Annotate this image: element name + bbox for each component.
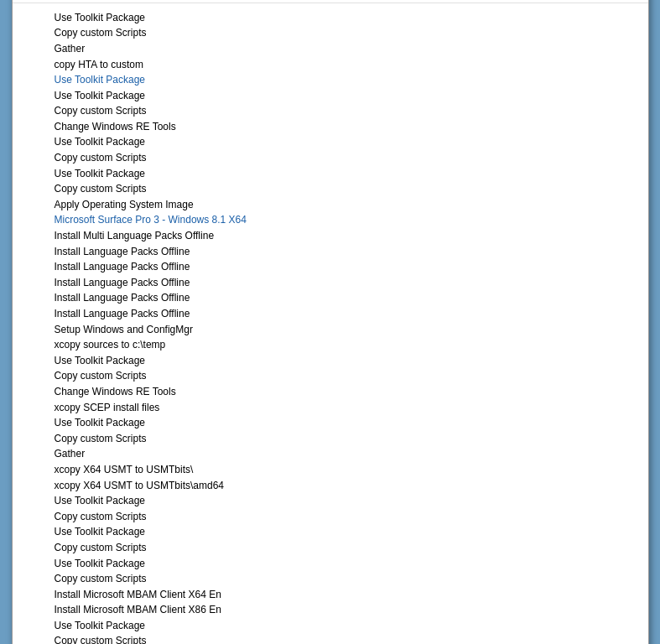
- list-item: Copy custom Scripts: [55, 150, 635, 166]
- list-item: Apply Operating System Image: [55, 197, 635, 213]
- list-item: Use Toolkit Package: [55, 72, 635, 88]
- list-item: Copy custom Scripts: [55, 25, 635, 41]
- list-item: Install Multi Language Packs Offline: [55, 228, 635, 244]
- list-item: xcopy X64 USMT to USMTbits\amd64: [55, 478, 635, 494]
- list-item: Use Toolkit Package: [55, 415, 635, 431]
- list-item: xcopy SCEP install files: [55, 400, 635, 416]
- dialog-body: ! The objects referenced in the task seq…: [13, 0, 648, 644]
- watermark: windows-noob.com: [277, 621, 383, 634]
- list-item: Use Toolkit Package: [55, 166, 635, 182]
- list-item: Copy custom Scripts: [55, 571, 635, 587]
- list-item: Change Windows RE Tools: [55, 384, 635, 400]
- list-item: Copy custom Scripts: [55, 368, 635, 384]
- list-item: Use Toolkit Package: [55, 493, 635, 509]
- list-item: Install Language Packs Offline: [55, 244, 635, 260]
- list-item: Install Language Packs Offline: [55, 290, 635, 306]
- list-item: Setup Windows and ConfigMgr: [55, 322, 635, 338]
- list-item: Gather: [55, 446, 635, 462]
- list-item: Use Toolkit Package: [55, 134, 635, 150]
- items-list: Use Toolkit PackageCopy custom ScriptsGa…: [13, 3, 648, 644]
- list-item: xcopy X64 USMT to USMTbits\: [55, 462, 635, 478]
- list-item: Use Toolkit Package: [55, 556, 635, 572]
- list-item: Use Toolkit Package: [55, 88, 635, 104]
- list-item: Copy custom Scripts: [55, 431, 635, 447]
- list-item: Copy custom Scripts: [55, 509, 635, 525]
- list-item: Use Toolkit Package: [55, 353, 635, 369]
- configuration-manager-dialog: Configuration Manager ✕ ! The objects re…: [12, 0, 649, 644]
- list-item: Change Windows RE Tools: [55, 119, 635, 135]
- list-item: Install Language Packs Offline: [55, 259, 635, 275]
- list-item: Use Toolkit Package: [55, 10, 635, 26]
- list-item: Copy custom Scripts: [55, 633, 635, 644]
- list-item: Install Microsoft MBAM Client X86 En: [55, 602, 635, 618]
- list-item: Gather: [55, 41, 635, 57]
- list-item: Copy custom Scripts: [55, 181, 635, 197]
- list-item: Copy custom Scripts: [55, 540, 635, 556]
- list-item: Install Language Packs Offline: [55, 306, 635, 322]
- list-item: xcopy sources to c:\temp: [55, 337, 635, 353]
- list-item: Install Microsoft MBAM Client X64 En: [55, 587, 635, 603]
- list-item: copy HTA to custom: [55, 57, 635, 73]
- list-item: Microsoft Surface Pro 3 - Windows 8.1 X6…: [55, 212, 635, 228]
- list-item: Use Toolkit Package: [55, 524, 635, 540]
- list-item: Install Language Packs Offline: [55, 275, 635, 291]
- list-item: Copy custom Scripts: [55, 103, 635, 119]
